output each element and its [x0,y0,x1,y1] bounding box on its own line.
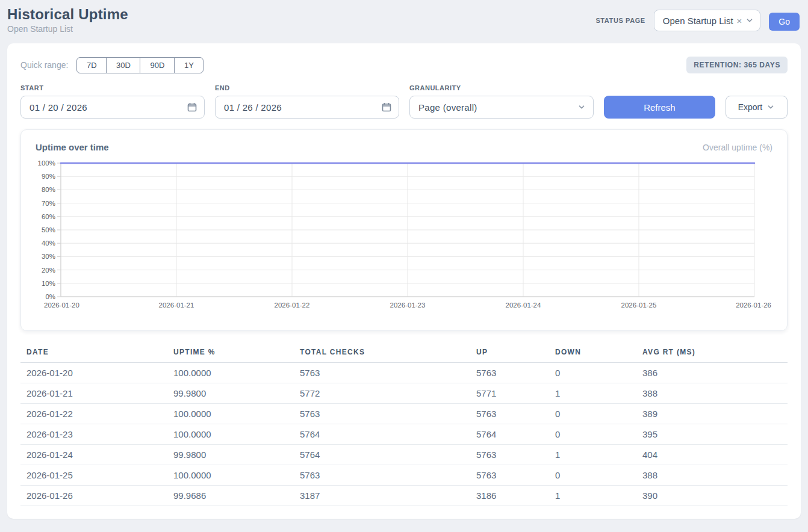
table-cell: 100.0000 [167,404,294,424]
end-date-label: END [215,84,399,91]
x-axis-tick-label: 2026-01-22 [275,302,310,309]
table-cell: 5763 [294,465,470,486]
table-cell: 5763 [470,363,549,383]
status-page-select-value: Open Startup List [663,16,733,26]
uptime-table: DATEUPTIME %TOTAL CHECKSUPDOWNAVG RT (MS… [20,343,788,506]
y-axis-tick-label: 50% [42,226,55,234]
y-axis-tick-label: 40% [42,240,55,247]
table-cell: 99.9800 [167,383,294,404]
y-axis-tick-label: 70% [42,200,55,207]
y-axis-tick-label: 80% [42,186,55,193]
refresh-button[interactable]: Refresh [604,96,715,119]
chart-legend: Overall uptime (%) [703,143,772,152]
table-row: 2026-01-2199.9800577257711388 [20,383,788,404]
main-panel: Quick range: 7D30D90D1Y RETENTION: 365 D… [7,43,801,519]
table-cell: 99.9800 [167,445,294,465]
page-title: Historical Uptime [7,6,128,23]
table-cell: 2026-01-21 [20,383,167,404]
column-header: TOTAL CHECKS [294,343,470,363]
quick-range-group: Quick range: 7D30D90D1Y [20,57,204,73]
x-axis-tick-label: 2026-01-24 [506,302,541,309]
retention-badge: RETENTION: 365 DAYS [686,57,788,73]
start-date-input[interactable]: 01 / 20 / 2026 [20,96,205,119]
export-button[interactable]: Export [726,96,788,119]
header-controls: STATUS PAGE Open Startup List × Go [595,10,800,31]
quick-range-label: Quick range: [20,60,68,70]
quick-range-7d[interactable]: 7D [76,57,107,73]
x-axis-tick-label: 2026-01-25 [621,302,657,309]
y-axis-tick-label: 90% [42,173,55,180]
go-button[interactable]: Go [769,13,800,31]
end-date-field: END 01 / 26 / 2026 [215,84,399,119]
table-cell: 388 [636,383,788,404]
page-subtitle: Open Startup List [7,24,128,34]
chevron-down-icon [766,103,775,111]
table-cell: 386 [636,363,788,383]
table-cell: 100.0000 [167,465,294,486]
table-row: 2026-01-2499.9800576457631404 [20,445,788,465]
chevron-down-icon [577,103,586,111]
table-cell: 1 [549,383,636,404]
table-cell: 0 [549,424,636,445]
chart-header: Uptime over time Overall uptime (%) [36,142,772,152]
table-cell: 5763 [294,363,470,383]
calendar-icon[interactable] [382,102,391,112]
chevron-down-icon [745,16,754,25]
table-cell: 5771 [470,383,549,404]
quick-range-30d[interactable]: 30D [106,57,140,73]
quick-range-buttons: 7D30D90D1Y [76,57,204,73]
end-date-input[interactable]: 01 / 26 / 2026 [215,96,399,119]
table-cell: 5763 [294,404,470,424]
filters-row: START 01 / 20 / 2026 END 01 / 26 / 2026 [20,84,788,119]
table-cell: 5763 [470,465,549,486]
start-date-field: START 01 / 20 / 2026 [20,84,205,119]
column-header: AVG RT (MS) [636,343,788,363]
x-axis-tick-label: 2026-01-20 [44,302,79,309]
table-cell: 390 [636,486,788,506]
granularity-select[interactable]: Page (overall) [409,96,594,119]
table-cell: 1 [549,445,636,465]
y-axis-tick-label: 20% [42,267,55,274]
calendar-icon[interactable] [187,102,197,112]
table-cell: 5763 [470,404,549,424]
table-cell: 0 [549,404,636,424]
table-cell: 3187 [294,486,470,506]
end-date-value: 01 / 26 / 2026 [224,102,282,113]
status-page-select[interactable]: Open Startup List × [654,10,761,31]
table-cell: 0 [549,465,636,486]
status-page-label: STATUS PAGE [595,17,645,24]
table-cell: 5763 [470,445,549,465]
table-cell: 389 [636,404,788,424]
table-row: 2026-01-22100.0000576357630389 [20,404,788,424]
table-cell: 2026-01-24 [20,445,167,465]
page-header: Historical Uptime Open Startup List STAT… [0,0,808,37]
quick-range-row: Quick range: 7D30D90D1Y RETENTION: 365 D… [20,57,788,73]
quick-range-90d[interactable]: 90D [140,57,175,73]
granularity-value: Page (overall) [418,102,477,113]
table-cell: 2026-01-20 [20,363,167,383]
table-row: 2026-01-25100.0000576357630388 [20,465,788,486]
column-header: UP [470,343,549,363]
granularity-field: GRANULARITY Page (overall) [409,84,594,119]
table-cell: 100.0000 [167,424,294,445]
table-row: 2026-01-23100.0000576457640395 [20,424,788,445]
start-date-value: 01 / 20 / 2026 [30,102,87,113]
table-cell: 100.0000 [167,363,294,383]
column-header: DATE [20,343,167,363]
x-axis-tick-label: 2026-01-23 [390,302,426,309]
table-cell: 0 [549,363,636,383]
table-cell: 2026-01-26 [20,486,167,506]
table-cell: 395 [636,424,788,445]
table-cell: 99.9686 [167,486,294,506]
export-button-label: Export [738,102,762,112]
uptime-line-chart: 0%10%20%30%40%50%60%70%80%90%100%2026-01… [36,157,774,312]
y-axis-tick-label: 60% [42,213,55,220]
chart-title: Uptime over time [36,142,109,152]
quick-range-1y[interactable]: 1Y [174,57,204,73]
y-axis-tick-label: 0% [45,293,55,300]
table-cell: 2026-01-22 [20,404,167,424]
y-axis-tick-label: 10% [42,280,55,287]
column-header: UPTIME % [167,343,294,363]
clear-selection-icon[interactable]: × [737,16,742,25]
table-row: 2026-01-2699.9686318731861390 [20,486,788,506]
